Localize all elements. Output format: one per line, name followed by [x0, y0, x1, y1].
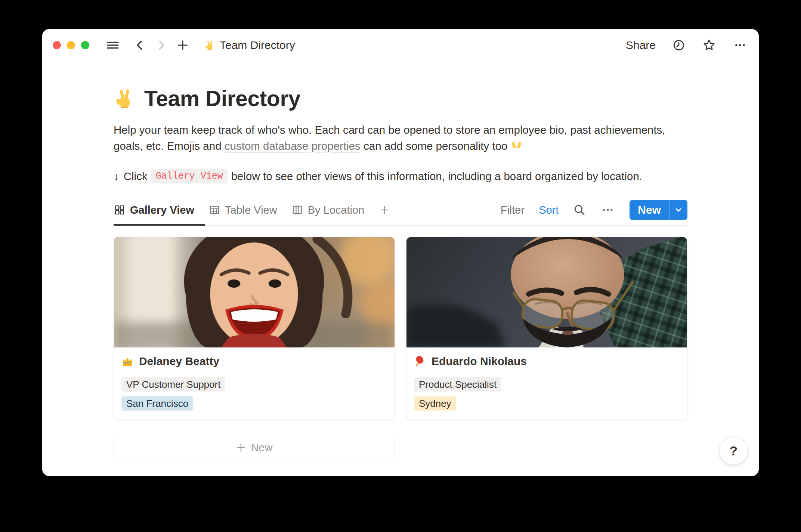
plus-icon	[378, 204, 390, 216]
new-page-button[interactable]	[176, 38, 189, 52]
tab-by-location[interactable]: By Location	[291, 204, 365, 216]
card-eduardo-nikolaus[interactable]: Eduardo Nikolaus Product Specialist Sydn…	[406, 237, 687, 420]
gallery-new-row-button[interactable]: New	[114, 434, 395, 461]
views-bar: Gallery View Table View By Location Filt…	[114, 199, 687, 221]
location-tag: San Francisco	[121, 396, 193, 411]
card-name-row: Eduardo Nikolaus	[414, 355, 680, 368]
raising-hands-emoji	[511, 140, 522, 152]
employee-name: Eduardo Nikolaus	[432, 355, 527, 368]
location-tag: Sydney	[414, 396, 456, 411]
search-icon	[573, 203, 586, 217]
tab-table-view[interactable]: Table View	[208, 204, 277, 216]
titlebar-actions: Share	[626, 38, 748, 52]
victory-hand-emoji	[204, 40, 215, 51]
new-entry-split-button: New	[630, 200, 687, 220]
new-entry-dropdown-button[interactable]	[669, 200, 687, 220]
table-view-icon	[208, 204, 220, 216]
clock-icon	[672, 38, 686, 52]
chevron-down-icon	[673, 204, 684, 216]
active-tab-underline	[114, 224, 205, 226]
forward-button[interactable]	[155, 38, 168, 52]
add-view-button[interactable]	[378, 204, 390, 216]
filter-button[interactable]: Filter	[501, 204, 525, 216]
callout-line: ↓ Click Gallery View below to see other …	[114, 169, 687, 183]
more-options-button[interactable]	[733, 38, 748, 52]
breadcrumb-title: Team Directory	[220, 39, 295, 52]
question-mark-icon: ?	[730, 443, 737, 458]
plus-icon	[176, 38, 189, 52]
titlebar: Team Directory Share	[42, 29, 759, 59]
custom-database-properties-link[interactable]: custom database properties	[225, 140, 361, 152]
crown-emoji	[121, 355, 133, 367]
hamburger-menu-icon	[106, 38, 120, 52]
favorite-button[interactable]	[702, 38, 716, 52]
tab-label: By Location	[308, 204, 365, 216]
page-title-row: Team Directory	[114, 86, 687, 111]
minimize-window-button[interactable]	[67, 41, 75, 49]
view-controls: Filter Sort New	[501, 200, 687, 220]
chevron-right-icon	[155, 38, 168, 52]
share-button[interactable]: Share	[626, 39, 656, 52]
callout-before-code: Click	[124, 170, 148, 183]
view-options-button[interactable]	[600, 203, 615, 217]
delaney-photo	[114, 237, 395, 347]
sort-button[interactable]: Sort	[539, 204, 559, 216]
page-title: Team Directory	[144, 86, 300, 111]
card-body: Delaney Beatty VP Customer Support San F…	[114, 347, 395, 420]
employee-name: Delaney Beatty	[139, 355, 219, 368]
fullscreen-window-button[interactable]	[81, 41, 89, 49]
star-icon	[702, 38, 716, 52]
tab-label: Gallery View	[130, 204, 194, 216]
gallery-view-icon	[114, 204, 126, 216]
description-line2-after: can add some personality too	[361, 140, 511, 152]
description-line1: Help your team keep track of who's who. …	[114, 124, 665, 136]
plus-icon	[236, 442, 246, 453]
eduardo-photo	[406, 237, 687, 347]
tab-label: Table View	[225, 204, 277, 216]
board-view-icon	[291, 204, 303, 216]
tab-gallery-view[interactable]: Gallery View	[114, 204, 194, 216]
chevron-left-icon	[133, 38, 146, 52]
back-button[interactable]	[133, 38, 146, 52]
role-tag: VP Customer Support	[121, 377, 225, 392]
down-arrow-glyph: ↓	[114, 170, 119, 183]
breadcrumb[interactable]: Team Directory	[204, 39, 295, 52]
card-body: Eduardo Nikolaus Product Specialist Sydn…	[406, 347, 687, 420]
search-button[interactable]	[573, 203, 586, 217]
views-divider	[114, 225, 687, 226]
sidebar-toggle-button[interactable]	[106, 38, 120, 52]
history-button[interactable]	[672, 38, 686, 52]
description-line2-before: goals, etc. Emojis and	[114, 140, 225, 152]
callout-after-code: below to see other views of this informa…	[231, 170, 642, 183]
gallery: Delaney Beatty VP Customer Support San F…	[114, 237, 687, 420]
card-delaney-beatty[interactable]: Delaney Beatty VP Customer Support San F…	[114, 237, 395, 420]
new-entry-button[interactable]: New	[630, 200, 669, 220]
role-tag: Product Specialist	[414, 377, 501, 392]
ellipsis-icon	[733, 38, 748, 52]
gallery-new-label: New	[251, 442, 272, 454]
ellipsis-icon	[600, 203, 615, 217]
gallery-view-code-chip: Gallery View	[151, 169, 228, 183]
card-name-row: Delaney Beatty	[121, 355, 387, 368]
victory-hand-emoji[interactable]	[114, 88, 135, 109]
help-button[interactable]: ?	[720, 437, 748, 465]
ping-pong-emoji	[414, 355, 426, 367]
page-description: Help your team keep track of who's who. …	[114, 122, 687, 154]
close-window-button[interactable]	[53, 41, 61, 49]
app-window: Team Directory Share Team Directory Help…	[42, 29, 759, 476]
